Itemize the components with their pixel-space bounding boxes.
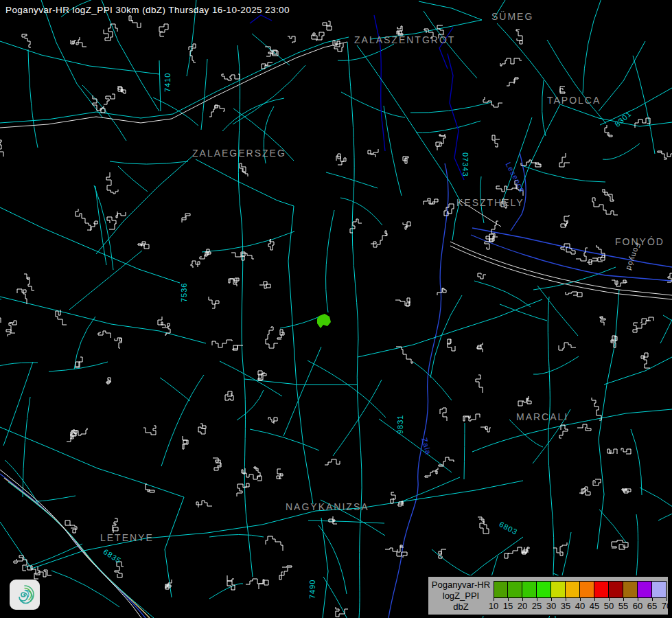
legend-tick-label: 65 [647, 601, 657, 611]
village-outline [165, 580, 172, 589]
minor-road [341, 92, 405, 117]
minor-road [603, 144, 640, 159]
village-outline [104, 94, 115, 104]
village-outline [463, 414, 480, 421]
village-outline [213, 458, 221, 470]
village-outline [200, 249, 211, 259]
road-label-07343: 07343 [461, 152, 470, 177]
white-road [0, 42, 347, 128]
legend-tick-label: 55 [618, 601, 628, 611]
village-outline [212, 340, 232, 347]
minor-road [110, 161, 188, 164]
legend-tick-label: 15 [503, 601, 513, 611]
village-outline [196, 501, 212, 507]
minor-road [209, 584, 243, 599]
minor-road [237, 390, 264, 420]
village-outline [424, 198, 438, 205]
legend-station: Poganyvar-HR [432, 580, 490, 591]
major-road [102, 0, 159, 111]
minor-road [379, 419, 452, 472]
legend-tick-label: 10 [489, 601, 498, 611]
village-outline [266, 327, 278, 348]
radar-echo [317, 314, 331, 328]
minor-road [633, 56, 655, 154]
minor-road [220, 361, 282, 396]
village-outline [658, 151, 667, 159]
village-outline [209, 297, 219, 308]
village-outline [183, 436, 188, 449]
village-outline [106, 378, 111, 384]
legend-cell-65dbz [652, 582, 667, 597]
village-outline [403, 157, 408, 163]
village-outline [129, 16, 141, 27]
village-outline [559, 425, 568, 438]
village-outline [439, 457, 454, 466]
village-outline [182, 214, 190, 222]
minor-road [36, 496, 76, 501]
village-outline [240, 163, 248, 176]
village-outline [14, 556, 27, 571]
village-outline [76, 209, 91, 231]
village-outline [6, 330, 15, 336]
village-outline [67, 428, 87, 442]
major-road [0, 297, 206, 343]
legend-caption: Poganyvar-HR logZ_PPI dbZ [428, 577, 494, 615]
legend-cell-60dbz [638, 582, 652, 597]
major-road [96, 155, 194, 254]
city-label-marcali: MARCALI [516, 411, 568, 422]
major-road [159, 60, 161, 111]
minor-road [323, 577, 358, 618]
legend-tick-label: 35 [561, 601, 570, 611]
village-outline [233, 345, 243, 350]
village-outline [246, 579, 268, 589]
village-outline [641, 353, 650, 368]
legend-panel: Poganyvar-HR logZ_PPI dbZ 10152025303540… [427, 575, 669, 616]
village-outline [24, 274, 34, 290]
village-outline [667, 141, 672, 157]
village-outline [159, 24, 168, 36]
spiral-icon [12, 582, 37, 607]
village-outline [350, 219, 362, 233]
legend-tick-label: 60 [633, 601, 642, 611]
road-label-7536: 7536 [180, 283, 188, 302]
village-outline [115, 562, 124, 577]
weather-radar-spiral-logo[interactable] [10, 580, 40, 610]
village-outline [640, 317, 653, 323]
minor-road [542, 80, 546, 136]
village-outline [437, 288, 446, 295]
minor-road [474, 281, 531, 307]
major-road [0, 207, 180, 283]
village-outline [395, 298, 410, 306]
village-outline [56, 310, 67, 325]
village-outline [559, 343, 576, 350]
village-outline [279, 566, 292, 580]
village-outline [143, 426, 156, 435]
village-outline [258, 371, 266, 380]
major-road [604, 357, 672, 385]
minor-road [153, 98, 198, 126]
village-outline [478, 517, 489, 534]
minor-road [283, 347, 321, 436]
minor-road [308, 520, 384, 523]
legend-colorbar: 10152025303540455055606570 [494, 577, 668, 615]
legend-cell-15dbz [508, 582, 522, 597]
village-outline [237, 483, 249, 496]
village-outline [477, 343, 483, 352]
radar-display: Poganyvar-HR logZ_PPI 30km (dbZ) Thursda… [0, 0, 672, 618]
village-outline [566, 292, 582, 297]
village-outline [329, 516, 337, 524]
product-title: Poganyvar-HR logZ_PPI 30km (dbZ) Thursda… [5, 5, 290, 15]
village-outline [448, 339, 455, 351]
village-outline [98, 331, 111, 338]
river-dark [250, 15, 272, 23]
village-outline [259, 282, 270, 288]
legend-tick-label: 20 [518, 601, 527, 611]
major-road [548, 297, 555, 618]
village-outline [71, 40, 76, 44]
legend-cell-45dbz [594, 582, 609, 597]
village-outline [605, 125, 612, 137]
village-outline [368, 149, 378, 157]
village-outline [191, 261, 200, 268]
village-outline [117, 87, 126, 93]
village-outline [229, 278, 239, 286]
